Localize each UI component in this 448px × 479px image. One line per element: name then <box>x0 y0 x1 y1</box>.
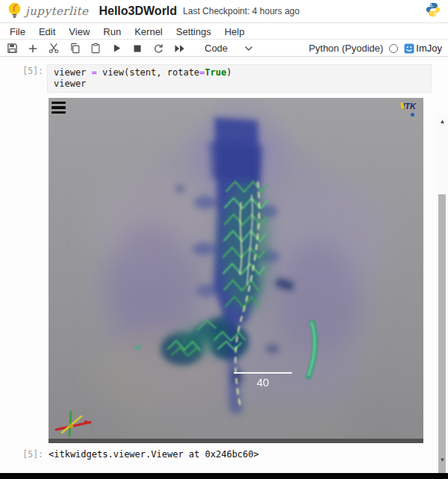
volume-rendering: 40 <box>49 98 423 443</box>
scroll-down-arrow[interactable]: ▼ <box>437 455 448 466</box>
cut-icon <box>48 43 60 54</box>
cell-type-dropdown[interactable]: Code <box>205 43 253 54</box>
run-all-icon <box>174 44 185 53</box>
notebook-area: [5]: viewer = view(stent, rotate=True) v… <box>0 58 448 473</box>
itk-logo-text: ITK <box>402 102 416 111</box>
cell-type-value: Code <box>205 43 228 54</box>
imjoy-icon <box>404 43 414 54</box>
add-cell-icon <box>28 43 38 54</box>
bottom-bar <box>0 473 448 479</box>
kernel-name-label[interactable]: Python (Pyodide) <box>309 43 384 54</box>
run-cell-button[interactable] <box>111 43 122 55</box>
code-line-1: viewer = view(stent, rotate=True) <box>54 67 425 78</box>
menu-settings[interactable]: Settings <box>169 26 218 37</box>
imjoy-button[interactable]: ImJoy <box>404 43 442 54</box>
scrollbar-thumb[interactable] <box>438 194 446 476</box>
copy-icon <box>69 43 81 54</box>
cell-output-text: <itkwidgets.viewer.Viewer at 0x246bc60> <box>49 449 259 460</box>
stop-icon <box>133 44 142 53</box>
save-icon <box>7 43 18 54</box>
scroll-up-arrow[interactable]: ▲ <box>437 117 448 127</box>
vertical-scrollbar[interactable]: ▲ ▼ <box>437 115 448 467</box>
restart-kernel-button[interactable] <box>152 43 164 55</box>
notebook-toolbar: Code Python (Pyodide) ImJoy <box>0 40 448 57</box>
paste-icon <box>90 43 101 54</box>
code-cell-input[interactable]: viewer = view(stent, rotate=True) viewer <box>47 64 432 93</box>
header: jupyterlite Hello3DWorld Last Checkpoint… <box>0 0 448 23</box>
jupyterlite-logo-text: jupyterlite <box>25 4 88 18</box>
menu-edit[interactable]: Edit <box>32 26 62 37</box>
viewer-menu-button[interactable] <box>52 102 66 114</box>
checkpoint-label: Last Checkpoint: 4 hours ago <box>183 6 299 16</box>
jupyterlite-bulb-icon <box>7 1 22 22</box>
python-logo-icon <box>425 1 441 21</box>
copy-cell-button[interactable] <box>69 43 81 55</box>
save-button[interactable] <box>6 43 18 55</box>
menu-file[interactable]: File <box>3 26 32 37</box>
run-all-button[interactable] <box>173 43 185 55</box>
itk-logo: ITK <box>401 102 416 117</box>
menu-bar: File Edit View Run Kernel Settings Help <box>0 24 448 40</box>
kernel-status-icon[interactable] <box>389 44 398 53</box>
cell-output-prompt: [5]: <box>10 449 43 460</box>
chevron-down-icon <box>244 46 253 52</box>
cell-input-prompt: [5]: <box>10 66 43 76</box>
jupyterlite-logo[interactable]: jupyterlite <box>7 1 88 22</box>
menu-run[interactable]: Run <box>96 26 128 37</box>
menu-kernel[interactable]: Kernel <box>128 26 169 37</box>
menu-help[interactable]: Help <box>218 26 252 37</box>
scale-bar-label: 40 <box>257 376 270 389</box>
add-cell-button[interactable] <box>27 43 39 55</box>
itk-logo-dot <box>411 113 414 117</box>
menu-view[interactable]: View <box>62 26 96 37</box>
imjoy-label: ImJoy <box>416 43 442 54</box>
code-line-2: viewer <box>54 78 425 90</box>
jupyterlite-window: jupyterlite Hello3DWorld Last Checkpoint… <box>0 0 448 479</box>
notebook-title[interactable]: Hello3DWorld <box>99 4 177 18</box>
cut-cell-button[interactable] <box>48 43 60 55</box>
stop-kernel-button[interactable] <box>131 43 143 55</box>
run-icon <box>112 43 122 53</box>
restart-kernel-icon <box>153 43 164 54</box>
paste-cell-button[interactable] <box>90 43 102 55</box>
itk-3d-viewer-canvas[interactable]: 40 ITK <box>49 98 423 443</box>
